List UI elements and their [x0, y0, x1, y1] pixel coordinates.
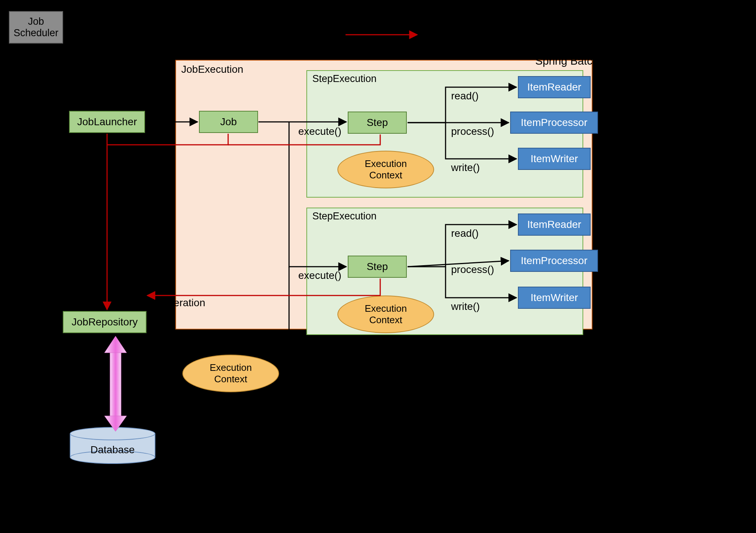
database-label: Database — [70, 444, 155, 456]
execution-context-ellipse-job: Execution Context — [182, 355, 279, 392]
item-reader-box-2: ItemReader — [518, 213, 591, 236]
write-label-1: write() — [451, 162, 480, 174]
run-label: run — [38, 67, 53, 79]
item-processor-box-1: ItemProcessor — [510, 112, 598, 134]
svg-marker-7 — [104, 336, 127, 353]
execute-label-2: execute() — [298, 270, 341, 281]
job-box: Job — [199, 111, 258, 133]
item-writer-box-2: ItemWriter — [518, 287, 591, 309]
database-cylinder: Database — [70, 427, 155, 464]
job-scheduler-box: Job Scheduler — [9, 11, 63, 44]
stepexecution-label-2: StepExecution — [312, 211, 377, 222]
svg-rect-6 — [110, 351, 121, 417]
execution-context-ellipse-1: Execution Context — [337, 151, 434, 188]
execute-cut-label: cute() — [148, 125, 175, 137]
job-launcher-box: JobLauncher — [69, 111, 145, 133]
item-processor-box-2: ItemProcessor — [510, 250, 598, 272]
read-label-2: read() — [451, 228, 479, 239]
step-box-1: Step — [348, 112, 407, 134]
process-label-2: process() — [451, 264, 494, 276]
item-reader-box-1: ItemReader — [518, 76, 591, 98]
more-label: … — [315, 363, 326, 376]
stepexecution-label-1: StepExecution — [312, 73, 377, 85]
write-label-2: write() — [451, 301, 480, 312]
item-writer-box-1: ItemWriter — [518, 148, 591, 170]
legend-operation-2: Operation — [453, 29, 499, 41]
process-label-1: process() — [451, 126, 494, 137]
read-label-1: read() — [451, 90, 479, 102]
job-repository-box: JobRepository — [63, 311, 147, 333]
step-box-2: Step — [348, 256, 407, 278]
legend-operation: Operation — [426, 16, 471, 28]
jobexecution-label: JobExecution — [181, 64, 243, 75]
spring-batch-label: Spring Batch — [535, 55, 599, 67]
u-operation-label: U Operation — [150, 297, 205, 309]
execution-context-ellipse-2: Execution Context — [337, 295, 434, 333]
execute-label-1: execute() — [298, 126, 341, 137]
